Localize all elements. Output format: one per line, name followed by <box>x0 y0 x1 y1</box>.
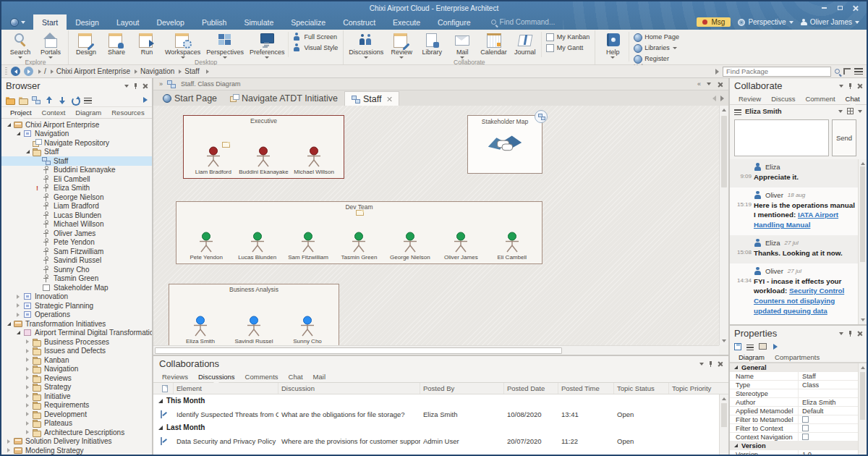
ribbon-tab[interactable]: Specialize <box>282 14 334 30</box>
tree-item[interactable]: Michael Willson <box>1 220 152 229</box>
tree-expander-icon[interactable] <box>26 376 33 380</box>
property-value[interactable] <box>798 433 858 441</box>
actor-element[interactable]: Lucas Blunden <box>235 232 280 261</box>
scrollbar-thumb[interactable] <box>721 116 727 187</box>
tree-item[interactable]: Solution Delivery Initiatives <box>1 437 152 447</box>
browser-tab[interactable]: Diagram <box>71 107 106 118</box>
ribbon-stack-item[interactable]: Libraries <box>633 43 679 52</box>
property-row[interactable]: Version <box>730 442 867 450</box>
actor-element[interactable]: Tasmin Green <box>336 232 381 261</box>
drag-handle[interactable] <box>5 67 7 76</box>
tree-expander-icon[interactable] <box>17 331 23 334</box>
tree-item[interactable]: Chixi Airport Enterprise <box>1 120 152 130</box>
scroll-up-icon[interactable] <box>722 397 726 400</box>
property-value[interactable] <box>798 424 858 432</box>
property-value[interactable]: Eliza Smith <box>798 398 858 406</box>
property-row[interactable]: Filter to Metamodel <box>730 415 867 424</box>
table-row[interactable]: Data Security and Privacy Policy Where a… <box>153 434 728 448</box>
tree-item[interactable]: Navigation <box>1 365 152 374</box>
menu-icon[interactable] <box>854 68 863 75</box>
close-icon[interactable] <box>857 83 862 88</box>
tree-item[interactable]: Sunny Cho <box>1 265 152 274</box>
tree-item[interactable]: Strategy <box>1 383 152 392</box>
collaborations-tab[interactable]: Discussions <box>194 371 239 382</box>
chat-message[interactable]: Oliver 18 aug 15:19 Here is the operatio… <box>730 187 858 235</box>
table-group-row[interactable]: This Month <box>153 394 728 407</box>
properties-tab[interactable]: Diagram <box>734 352 769 362</box>
property-value[interactable]: Staff <box>798 372 858 380</box>
tree-expander-icon[interactable] <box>17 295 23 299</box>
property-row[interactable]: Author Eliza Smith <box>730 398 867 407</box>
scrollbar-thumb[interactable] <box>860 372 865 420</box>
tree-item[interactable]: Modeling Strategy <box>1 446 152 455</box>
collaborations-tab[interactable]: Chat <box>284 371 307 382</box>
forward-icon[interactable] <box>773 344 778 350</box>
actor-element[interactable]: Eli Cambell <box>490 232 535 261</box>
checkbox[interactable] <box>802 434 809 440</box>
ribbon-button[interactable]: Preferences <box>247 30 288 59</box>
tree-item[interactable]: Plateaus <box>1 419 152 428</box>
table-group-row[interactable]: Last Month <box>153 421 728 434</box>
tree-item[interactable]: ! Eliza Smith <box>1 184 152 193</box>
browser-tab[interactable]: Context <box>38 107 70 118</box>
scrollbar-thumb[interactable] <box>721 403 727 427</box>
close-tab-icon[interactable] <box>387 96 392 101</box>
actor-element[interactable]: Buddini Ekanayake <box>241 146 286 175</box>
property-row[interactable]: Context Navigation <box>730 433 867 442</box>
ribbon-button[interactable]: Run <box>132 30 162 59</box>
tree-expander-icon[interactable] <box>26 421 33 426</box>
chat-with-name[interactable]: Eliza Smith <box>745 107 782 115</box>
collaborations-scrollbar[interactable] <box>719 394 728 455</box>
property-row[interactable]: Type Class <box>730 381 867 389</box>
expand-icon[interactable]: » <box>159 80 162 88</box>
chat-message[interactable]: Oliver 27 jul 14:34 FYI - incase it effe… <box>730 263 858 321</box>
tree-expander-icon[interactable] <box>7 322 14 326</box>
browser-tab[interactable]: Project <box>6 107 36 118</box>
chevron-down-icon[interactable] <box>838 110 843 113</box>
chevron-down-icon[interactable] <box>699 363 704 366</box>
table-row[interactable]: Identify Suspected Threats from Camera I… <box>153 407 728 421</box>
tree-item[interactable]: Reviews <box>1 373 152 383</box>
ribbon-stack-item[interactable]: My Gantt <box>545 43 590 52</box>
tree-item[interactable]: Operations <box>1 311 152 320</box>
ribbon-button[interactable]: Design <box>71 30 101 59</box>
ribbon-button[interactable]: Share <box>101 30 132 59</box>
property-row[interactable]: Name Staff <box>730 372 867 381</box>
move-down-icon[interactable] <box>58 96 67 104</box>
menu-icon[interactable] <box>746 345 754 350</box>
close-icon[interactable] <box>142 83 148 88</box>
tree-item[interactable]: Buddini Ekanayake <box>1 166 152 175</box>
ribbon-button[interactable]: Discussions <box>346 30 386 59</box>
checkbox[interactable] <box>802 416 809 423</box>
tree-expander-icon[interactable] <box>26 349 33 353</box>
tree-item[interactable]: Initiative <box>1 392 152 401</box>
tree-item[interactable]: Architecture Descriptions <box>1 428 152 437</box>
column-header-discussion[interactable]: Discussion <box>278 383 420 394</box>
ribbon-tab[interactable]: Construct <box>334 14 384 30</box>
minimize-button[interactable] <box>817 4 830 13</box>
pin-icon[interactable] <box>134 83 137 89</box>
tree-expander-icon[interactable] <box>26 394 33 398</box>
chat-input[interactable] <box>734 119 829 156</box>
tree-expander-icon[interactable] <box>7 439 14 444</box>
frame-icon[interactable] <box>759 343 767 350</box>
collaborations-tab[interactable]: Reviews <box>158 371 192 382</box>
ribbon-tab[interactable]: Layout <box>108 14 148 30</box>
actor-element[interactable]: Savindi Russel <box>231 316 276 345</box>
actor-element[interactable]: Eliza Smith <box>178 316 223 345</box>
tree-item[interactable]: Liam Bradford <box>1 202 152 211</box>
ribbon-tab[interactable]: Design <box>67 14 108 30</box>
scroll-down-icon[interactable] <box>722 339 726 342</box>
diagram-canvas[interactable]: Executive Liam Bradford Buddin <box>153 106 719 345</box>
tree-item[interactable]: Business Processes <box>1 337 152 347</box>
chat-scrollbar[interactable] <box>858 159 867 324</box>
layout-icon[interactable] <box>843 68 851 75</box>
forward-button[interactable] <box>24 67 33 76</box>
tree-expander-icon[interactable] <box>26 412 33 416</box>
property-row[interactable]: Applied Metamodel Default <box>730 407 867 415</box>
ribbon-button[interactable]: Library <box>417 30 447 59</box>
tree-item[interactable]: Tasmin Green <box>1 274 152 284</box>
send-button[interactable]: Send <box>832 119 856 156</box>
diagram-group-dev-team[interactable]: Dev Team Pete Yendon Lucas Blunden <box>176 201 542 264</box>
property-row[interactable]: Filter to Context <box>730 424 867 433</box>
